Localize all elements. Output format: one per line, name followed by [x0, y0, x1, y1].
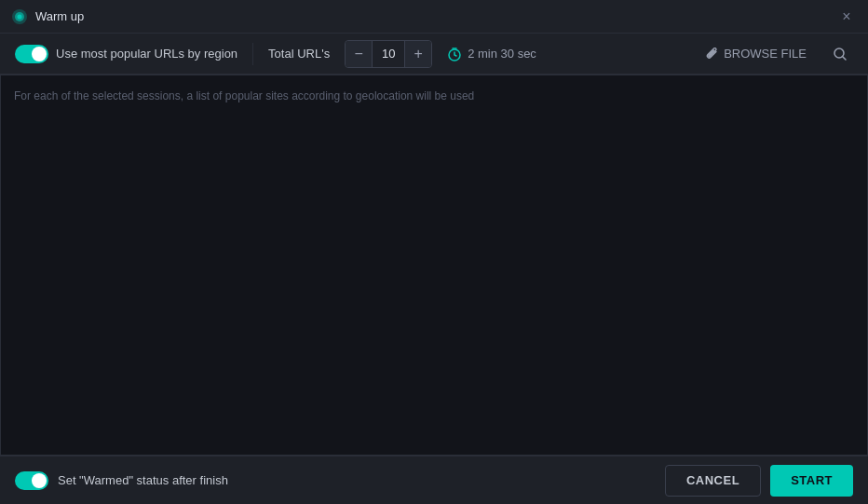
paperclip-icon [705, 48, 718, 61]
browse-file-button[interactable]: BROWSE FILE [698, 43, 814, 64]
toolbar: Use most popular URLs by region Total UR… [0, 34, 868, 75]
window-title: Warm up [35, 9, 84, 23]
toggle-warmed-knob [32, 473, 47, 488]
toggle-region-label: Use most popular URLs by region [56, 47, 237, 61]
search-button[interactable] [827, 41, 853, 67]
main-content-area: For each of the selected sessions, a lis… [0, 75, 868, 456]
title-bar: Warm up × [0, 0, 868, 34]
timer-icon [447, 47, 462, 61]
total-urls-label: Total URL's [268, 47, 330, 61]
toggle-knob [32, 47, 47, 61]
stepper-increment-button[interactable]: + [405, 41, 431, 67]
toggle-region-wrap: Use most popular URLs by region [15, 45, 237, 63]
title-bar-left: Warm up [11, 8, 84, 25]
search-icon [833, 47, 848, 61]
browse-file-label: BROWSE FILE [724, 47, 807, 61]
toggle-region[interactable] [15, 45, 48, 63]
stepper-decrement-button[interactable]: − [346, 41, 372, 67]
app-icon [11, 8, 28, 25]
close-button[interactable]: × [836, 7, 857, 27]
start-button[interactable]: START [770, 465, 853, 497]
timer-display: 2 min 30 sec [447, 47, 536, 61]
stepper-value: 10 [372, 41, 405, 67]
svg-point-2 [18, 14, 22, 19]
timer-text: 2 min 30 sec [468, 47, 536, 61]
geolocation-hint: For each of the selected sessions, a lis… [14, 89, 474, 102]
footer-right: CANCEL START [665, 465, 853, 497]
toolbar-right: BROWSE FILE [698, 41, 853, 67]
warmed-status-label: Set "Warmed" status after finish [58, 473, 228, 487]
toolbar-divider [252, 43, 253, 65]
cancel-button[interactable]: CANCEL [665, 465, 761, 497]
footer-left: Set "Warmed" status after finish [15, 471, 228, 490]
footer: Set "Warmed" status after finish CANCEL … [0, 456, 868, 504]
url-count-stepper: − 10 + [345, 40, 432, 68]
toggle-warmed-status[interactable] [15, 471, 48, 490]
